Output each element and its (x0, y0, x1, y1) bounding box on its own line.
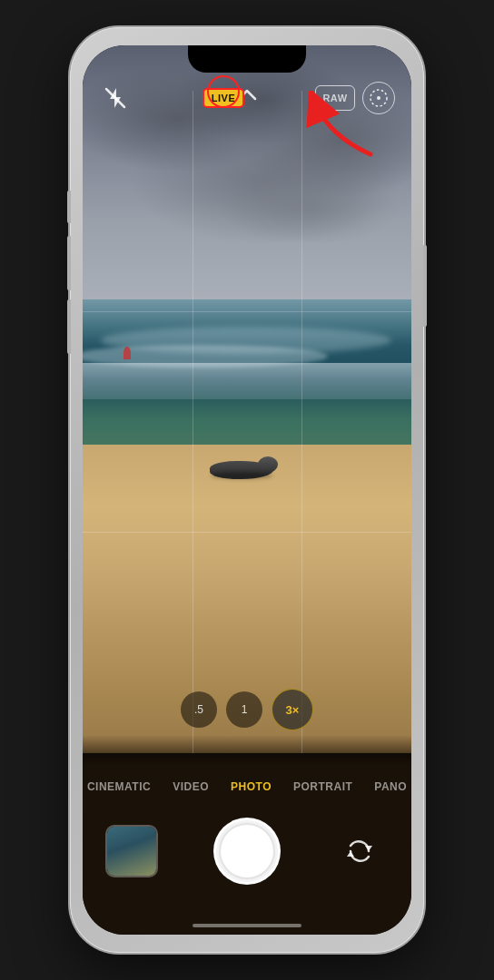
svg-marker-6 (347, 851, 354, 857)
svg-point-3 (377, 96, 380, 100)
shutter-inner-ring (219, 823, 275, 879)
camera-viewfinder[interactable] (83, 45, 411, 753)
zoom-1x-button[interactable]: 1 (226, 691, 262, 728)
seal-animal (210, 454, 273, 479)
flip-camera-button[interactable] (340, 831, 380, 871)
zoom-controls: .5 1 3× (181, 689, 313, 730)
camera-mode-selector: CINEMATIC VIDEO PHOTO PORTRAIT PANO (83, 775, 411, 799)
volume-down-button[interactable] (67, 299, 71, 354)
mode-cinematic[interactable]: CINEMATIC (83, 775, 162, 799)
thumbnail-image (107, 827, 156, 876)
camera-settings-button[interactable] (362, 82, 395, 114)
mode-photo[interactable]: PHOTO (220, 775, 282, 799)
mute-button[interactable] (67, 191, 71, 223)
top-controls-bar: LIVE RAW (83, 82, 411, 114)
phone-screen: LIVE RAW (83, 45, 411, 935)
wave-foam (83, 363, 411, 399)
home-indicator (193, 924, 301, 927)
zoom-3x-button[interactable]: 3× (272, 689, 313, 730)
mode-portrait[interactable]: PORTRAIT (282, 775, 363, 799)
shutter-controls-area (83, 818, 411, 885)
last-photo-thumbnail[interactable] (105, 825, 158, 877)
phone-frame: LIVE RAW (70, 27, 424, 953)
flash-off-icon (104, 86, 127, 110)
right-controls-group: RAW (315, 82, 395, 114)
live-badge-wrapper: LIVE (203, 88, 244, 108)
shutter-button[interactable] (213, 818, 281, 885)
settings-dots-icon (369, 88, 389, 108)
volume-up-button[interactable] (67, 236, 71, 290)
power-button[interactable] (423, 245, 427, 327)
raw-button[interactable]: RAW (315, 85, 355, 111)
flash-button[interactable] (99, 82, 132, 114)
mode-pano[interactable]: PANO (363, 775, 411, 799)
surfer-figure (124, 347, 131, 359)
svg-marker-5 (365, 846, 372, 851)
flip-camera-icon (345, 837, 374, 866)
live-badge[interactable]: LIVE (203, 88, 244, 108)
mode-video[interactable]: VIDEO (162, 775, 220, 799)
zoom-05x-button[interactable]: .5 (181, 691, 217, 728)
notch (188, 45, 306, 73)
